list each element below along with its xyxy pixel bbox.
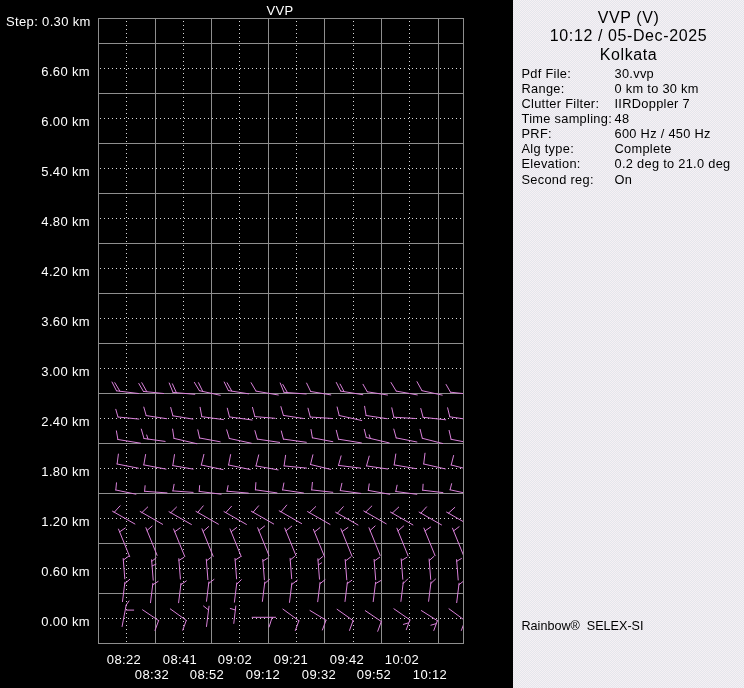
svg-text:10:12: 10:12 <box>413 667 447 682</box>
svg-text:VVP: VVP <box>266 3 293 18</box>
svg-text:Step: 0.30 km: Step: 0.30 km <box>6 14 91 29</box>
svg-text:08:32: 08:32 <box>135 667 169 682</box>
svg-text:09:12: 09:12 <box>246 667 280 682</box>
svg-text:08:41: 08:41 <box>163 652 197 667</box>
svg-text:2.40 km: 2.40 km <box>41 414 90 429</box>
svg-text:3.60 km: 3.60 km <box>41 314 90 329</box>
svg-text:09:21: 09:21 <box>274 652 308 667</box>
svg-text:4.20 km: 4.20 km <box>41 264 90 279</box>
svg-text:4.80 km: 4.80 km <box>41 214 90 229</box>
svg-text:6.00 km: 6.00 km <box>41 114 90 129</box>
svg-text:09:02: 09:02 <box>218 652 252 667</box>
svg-text:08:22: 08:22 <box>107 652 141 667</box>
svg-text:3.00 km: 3.00 km <box>41 364 90 379</box>
svg-text:09:42: 09:42 <box>330 652 364 667</box>
svg-text:09:52: 09:52 <box>357 667 391 682</box>
svg-text:6.60 km: 6.60 km <box>41 64 90 79</box>
svg-text:0.00 km: 0.00 km <box>41 614 90 629</box>
svg-text:0.60 km: 0.60 km <box>41 564 90 579</box>
svg-text:1.20 km: 1.20 km <box>41 514 90 529</box>
svg-text:10:02: 10:02 <box>385 652 419 667</box>
svg-text:09:32: 09:32 <box>302 667 336 682</box>
svg-text:5.40 km: 5.40 km <box>41 164 90 179</box>
svg-text:1.80 km: 1.80 km <box>41 464 90 479</box>
svg-text:08:52: 08:52 <box>190 667 224 682</box>
